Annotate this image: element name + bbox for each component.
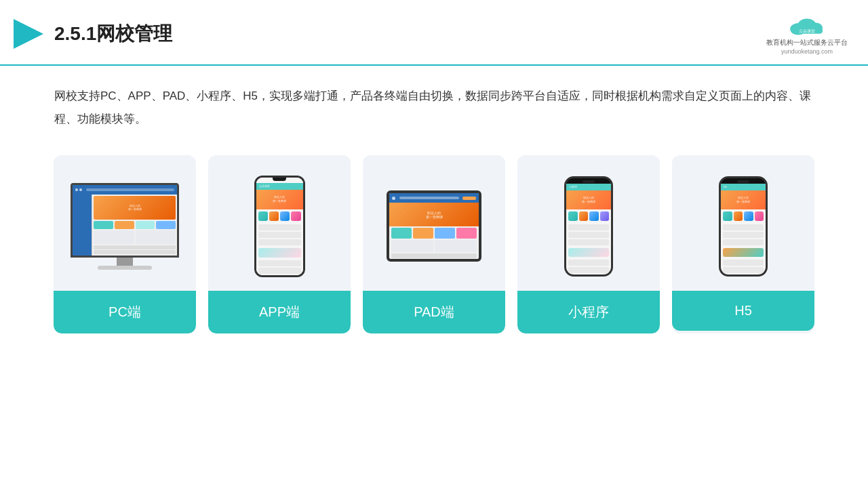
logo-tagline: 教育机构一站式服务云平台yunduoketang.com (766, 38, 848, 56)
play-icon (14, 19, 43, 49)
page-title: 2.5.1网校管理 (54, 21, 172, 47)
app-screen-banner: 职达人的第一堂网课 (256, 190, 303, 209)
h5-icon-1 (723, 211, 732, 221)
h5-device-mock: H5 职达人的第一堂网课 (719, 176, 768, 277)
mini-card: 小程序 职达人的第一堂网课 (517, 155, 660, 333)
h5-phone-body: H5 职达人的第一堂网课 (719, 176, 768, 277)
app-card: 云朵课堂 职达人的第一堂网课 (208, 155, 351, 333)
mini-list-5 (568, 267, 609, 273)
pad-tablet-body: 职达人的第一堂网课 (387, 190, 481, 262)
h5-list-3 (723, 239, 764, 245)
mini-list-3 (568, 239, 609, 245)
pc-stand (117, 258, 133, 266)
mini-list-2 (566, 258, 611, 274)
h5-screen: H5 职达人的第一堂网课 (721, 184, 766, 274)
cloud-logo-icon: 云朵课堂 (787, 12, 827, 37)
pc-screen-inner: 职达人的第一堂网课 (73, 185, 177, 256)
mini-icon-2 (579, 211, 589, 221)
h5-notch (737, 180, 749, 183)
h5-label: H5 (672, 291, 814, 331)
h5-list-5 (723, 267, 764, 273)
pc-base (98, 266, 152, 270)
h5-notch-bar (721, 178, 766, 184)
pc-card: 职达人的第一堂网课 (54, 155, 196, 333)
h5-screen-header: H5 (721, 184, 766, 190)
app-list-2 (258, 232, 301, 238)
app-list-5 (258, 268, 301, 274)
h5-list-2 (723, 232, 764, 238)
mini-icon-3 (589, 211, 599, 221)
h5-icons (721, 209, 766, 223)
app-screen-icons (256, 209, 303, 223)
pad-banner: 职达人的第一堂网课 (389, 203, 479, 226)
pc-screen: 职达人的第一堂网课 (71, 183, 179, 258)
mini-device-mock: 小程序 职达人的第一堂网课 (564, 176, 613, 277)
h5-screen-banner: 职达人的第一堂网课 (721, 190, 766, 210)
mini-screen-banner: 职达人的第一堂网课 (566, 190, 611, 210)
app-list-3 (258, 239, 301, 245)
pc-nav-bar (73, 185, 177, 195)
pad-card: 职达人的第一堂网课 (363, 155, 505, 333)
mini-icons (566, 209, 611, 223)
svg-text:云朵课堂: 云朵课堂 (799, 29, 815, 33)
app-promo (258, 248, 301, 258)
header-left: 2.5.1网校管理 (14, 19, 172, 49)
pad-grid (389, 226, 479, 240)
mini-icon-1 (568, 211, 578, 221)
app-phone-notch (273, 178, 286, 181)
pad-grid-4 (456, 228, 477, 239)
pad-label: PAD端 (363, 291, 505, 333)
pc-nav-dot (79, 188, 82, 191)
mini-notch-bar (566, 178, 611, 184)
device-cards-container: 职达人的第一堂网课 (0, 142, 868, 333)
app-icon-3 (280, 211, 290, 221)
mini-image-area: 小程序 职达人的第一堂网课 (517, 155, 660, 291)
app-label: APP端 (208, 291, 351, 333)
h5-list-4 (723, 260, 764, 266)
pc-image-area: 职达人的第一堂网课 (54, 155, 196, 291)
app-list-1 (258, 224, 301, 230)
pad-row-2 (435, 240, 477, 252)
app-device-mock: 云朵课堂 职达人的第一堂网课 (254, 176, 305, 277)
pc-device-mock: 职达人的第一堂网课 (71, 183, 179, 270)
pad-row-1 (391, 240, 433, 252)
mini-notch (583, 180, 595, 183)
pad-grid-1 (391, 228, 412, 239)
app-screen-list (256, 223, 303, 247)
h5-card: H5 职达人的第一堂网课 (672, 155, 814, 333)
app-phone-body: 云朵课堂 职达人的第一堂网课 (254, 176, 305, 277)
app-screen-list-2 (256, 259, 303, 275)
pad-row (389, 240, 479, 253)
mini-list-2 (568, 232, 609, 238)
h5-icon-4 (755, 211, 764, 221)
app-screen-header: 云朵课堂 (256, 183, 303, 190)
pad-device-mock: 职达人的第一堂网课 (387, 190, 481, 262)
mini-screen: 小程序 职达人的第一堂网课 (566, 184, 611, 274)
pc-nav-dot (75, 188, 78, 191)
h5-list-1 (723, 224, 764, 230)
app-image-area: 云朵课堂 职达人的第一堂网课 (208, 155, 351, 291)
mini-label: 小程序 (517, 291, 660, 333)
h5-list-2 (721, 258, 766, 274)
pc-label: PC端 (54, 291, 196, 333)
app-icon-4 (291, 211, 300, 221)
app-list-4 (258, 260, 301, 266)
description-content: 网校支持PC、APP、PAD、小程序、H5，实现多端打通，产品各终端自由切换，数… (54, 89, 811, 125)
mini-phone-body: 小程序 职达人的第一堂网课 (564, 176, 613, 277)
pad-tablet-screen: 职达人的第一堂网课 (389, 193, 479, 259)
h5-image-area: H5 职达人的第一堂网课 (672, 155, 814, 291)
app-icon-1 (258, 211, 268, 221)
mini-screen-header: 小程序 (566, 184, 611, 190)
pad-nav (389, 193, 479, 203)
h5-list (721, 223, 766, 247)
svg-marker-0 (14, 19, 43, 49)
mini-list (566, 223, 611, 247)
description-text: 网校支持PC、APP、PAD、小程序、H5，实现多端打通，产品各终端自由切换，数… (0, 66, 868, 142)
mini-list-1 (568, 224, 609, 230)
h5-icon-3 (744, 211, 753, 221)
mini-icon-4 (600, 211, 610, 221)
pad-image-area: 职达人的第一堂网课 (363, 155, 505, 291)
pad-grid-3 (435, 228, 455, 239)
h5-icon-2 (734, 211, 743, 221)
mini-list-4 (568, 260, 609, 266)
